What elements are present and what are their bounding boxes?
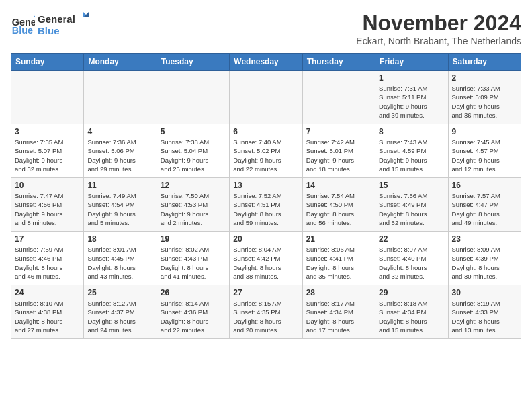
weekday-header-friday: Friday (375, 54, 448, 71)
day-number: 16 (452, 181, 517, 190)
day-info: Sunrise: 7:35 AM Sunset: 5:07 PM Dayligh… (15, 138, 80, 173)
day-number: 20 (233, 234, 298, 244)
day-info: Sunrise: 8:02 AM Sunset: 4:43 PM Dayligh… (161, 245, 226, 281)
calendar-cell: 19Sunrise: 8:02 AM Sunset: 4:43 PM Dayli… (157, 232, 229, 285)
logo-graphic: General Blue (38, 11, 91, 38)
day-info: Sunrise: 8:09 AM Sunset: 4:39 PM Dayligh… (452, 245, 517, 281)
calendar-body: 1Sunrise: 7:31 AM Sunset: 5:11 PM Daylig… (11, 71, 521, 339)
day-number: 19 (161, 234, 226, 244)
calendar-cell: 15Sunrise: 7:56 AM Sunset: 4:49 PM Dayli… (375, 178, 448, 232)
calendar-cell: 2Sunrise: 7:33 AM Sunset: 5:09 PM Daylig… (448, 71, 521, 124)
day-number: 10 (15, 181, 80, 190)
day-info: Sunrise: 8:15 AM Sunset: 4:35 PM Dayligh… (233, 299, 298, 334)
weekday-header-thursday: Thursday (302, 54, 375, 71)
calendar-cell (157, 71, 229, 124)
calendar-week-2: 3Sunrise: 7:35 AM Sunset: 5:07 PM Daylig… (11, 124, 521, 178)
calendar-cell: 22Sunrise: 8:07 AM Sunset: 4:40 PM Dayli… (375, 232, 448, 285)
weekday-header-row: SundayMondayTuesdayWednesdayThursdayFrid… (11, 54, 521, 71)
day-number: 13 (233, 181, 298, 190)
calendar-cell: 13Sunrise: 7:52 AM Sunset: 4:51 PM Dayli… (230, 178, 302, 232)
day-info: Sunrise: 7:43 AM Sunset: 4:59 PM Dayligh… (379, 138, 444, 173)
calendar-cell: 23Sunrise: 8:09 AM Sunset: 4:39 PM Dayli… (448, 232, 521, 285)
day-number: 4 (87, 127, 152, 136)
calendar-week-1: 1Sunrise: 7:31 AM Sunset: 5:11 PM Daylig… (11, 71, 521, 124)
day-number: 22 (379, 234, 444, 244)
calendar-cell: 5Sunrise: 7:38 AM Sunset: 5:04 PM Daylig… (157, 124, 229, 178)
day-number: 11 (87, 181, 152, 190)
calendar-cell: 14Sunrise: 7:54 AM Sunset: 4:50 PM Dayli… (302, 178, 375, 232)
day-info: Sunrise: 8:18 AM Sunset: 4:34 PM Dayligh… (379, 299, 444, 334)
day-info: Sunrise: 7:52 AM Sunset: 4:51 PM Dayligh… (233, 191, 298, 227)
calendar-cell: 16Sunrise: 7:57 AM Sunset: 4:47 PM Dayli… (448, 178, 521, 232)
day-number: 9 (452, 127, 517, 136)
day-info: Sunrise: 8:07 AM Sunset: 4:40 PM Dayligh… (379, 245, 444, 281)
calendar-cell: 26Sunrise: 8:14 AM Sunset: 4:36 PM Dayli… (157, 285, 229, 339)
day-info: Sunrise: 8:10 AM Sunset: 4:38 PM Dayligh… (15, 299, 80, 334)
weekday-header-saturday: Saturday (448, 54, 521, 71)
day-number: 8 (379, 127, 444, 136)
logo: General Blue General Blue (11, 11, 91, 38)
calendar-cell: 24Sunrise: 8:10 AM Sunset: 4:38 PM Dayli… (11, 285, 84, 339)
calendar-header: SundayMondayTuesdayWednesdayThursdayFrid… (11, 54, 521, 71)
calendar-cell: 27Sunrise: 8:15 AM Sunset: 4:35 PM Dayli… (230, 285, 302, 339)
day-info: Sunrise: 7:50 AM Sunset: 4:53 PM Dayligh… (161, 191, 226, 227)
day-number: 1 (379, 73, 444, 83)
day-number: 2 (452, 73, 517, 83)
weekday-header-wednesday: Wednesday (230, 54, 302, 71)
calendar-table: SundayMondayTuesdayWednesdayThursdayFrid… (11, 53, 521, 339)
calendar-subtitle: Eckart, North Brabant, The Netherlands (356, 36, 521, 46)
day-info: Sunrise: 7:38 AM Sunset: 5:04 PM Dayligh… (161, 138, 226, 173)
day-info: Sunrise: 7:49 AM Sunset: 4:54 PM Dayligh… (87, 191, 152, 227)
logo-icon: General Blue (11, 12, 35, 36)
weekday-header-monday: Monday (84, 54, 157, 71)
calendar-cell: 17Sunrise: 7:59 AM Sunset: 4:46 PM Dayli… (11, 232, 84, 285)
day-info: Sunrise: 7:42 AM Sunset: 5:01 PM Dayligh… (306, 138, 371, 173)
day-info: Sunrise: 7:57 AM Sunset: 4:47 PM Dayligh… (452, 191, 517, 227)
calendar-cell: 12Sunrise: 7:50 AM Sunset: 4:53 PM Dayli… (157, 178, 229, 232)
day-info: Sunrise: 7:33 AM Sunset: 5:09 PM Dayligh… (452, 84, 517, 120)
day-number: 12 (161, 181, 226, 190)
day-number: 14 (306, 181, 371, 190)
day-number: 26 (161, 288, 226, 298)
day-info: Sunrise: 7:47 AM Sunset: 4:56 PM Dayligh… (15, 191, 80, 227)
day-info: Sunrise: 7:56 AM Sunset: 4:49 PM Dayligh… (379, 191, 444, 227)
calendar-cell: 11Sunrise: 7:49 AM Sunset: 4:54 PM Dayli… (84, 178, 157, 232)
calendar-cell (302, 71, 375, 124)
calendar-cell: 4Sunrise: 7:36 AM Sunset: 5:06 PM Daylig… (84, 124, 157, 178)
day-info: Sunrise: 8:14 AM Sunset: 4:36 PM Dayligh… (161, 299, 226, 334)
day-number: 30 (452, 288, 517, 298)
svg-text:General: General (38, 13, 75, 25)
day-number: 15 (379, 181, 444, 190)
calendar-cell: 3Sunrise: 7:35 AM Sunset: 5:07 PM Daylig… (11, 124, 84, 178)
svg-text:Blue: Blue (38, 25, 60, 36)
calendar-cell: 10Sunrise: 7:47 AM Sunset: 4:56 PM Dayli… (11, 178, 84, 232)
calendar-cell (84, 71, 157, 124)
day-info: Sunrise: 7:54 AM Sunset: 4:50 PM Dayligh… (306, 191, 371, 227)
calendar-cell: 18Sunrise: 8:01 AM Sunset: 4:45 PM Dayli… (84, 232, 157, 285)
calendar-cell: 6Sunrise: 7:40 AM Sunset: 5:02 PM Daylig… (230, 124, 302, 178)
calendar-cell: 28Sunrise: 8:17 AM Sunset: 4:34 PM Dayli… (302, 285, 375, 339)
calendar-title: November 2024 (356, 11, 521, 36)
svg-text:Blue: Blue (12, 25, 33, 36)
day-info: Sunrise: 8:17 AM Sunset: 4:34 PM Dayligh… (306, 299, 371, 334)
day-number: 25 (87, 288, 152, 298)
day-number: 7 (306, 127, 371, 136)
day-number: 29 (379, 288, 444, 298)
day-number: 28 (306, 288, 371, 298)
calendar-cell: 1Sunrise: 7:31 AM Sunset: 5:11 PM Daylig… (375, 71, 448, 124)
day-number: 3 (15, 127, 80, 136)
day-number: 24 (15, 288, 80, 298)
calendar-cell: 20Sunrise: 8:04 AM Sunset: 4:42 PM Dayli… (230, 232, 302, 285)
day-number: 21 (306, 234, 371, 244)
day-info: Sunrise: 7:36 AM Sunset: 5:06 PM Dayligh… (87, 138, 152, 173)
calendar-cell: 7Sunrise: 7:42 AM Sunset: 5:01 PM Daylig… (302, 124, 375, 178)
calendar-cell: 9Sunrise: 7:45 AM Sunset: 4:57 PM Daylig… (448, 124, 521, 178)
calendar-cell (11, 71, 84, 124)
page-header: General Blue General Blue November 2024 … (11, 11, 521, 46)
day-info: Sunrise: 8:04 AM Sunset: 4:42 PM Dayligh… (233, 245, 298, 281)
calendar-cell: 8Sunrise: 7:43 AM Sunset: 4:59 PM Daylig… (375, 124, 448, 178)
day-info: Sunrise: 7:59 AM Sunset: 4:46 PM Dayligh… (15, 245, 80, 281)
calendar-week-5: 24Sunrise: 8:10 AM Sunset: 4:38 PM Dayli… (11, 285, 521, 339)
day-number: 27 (233, 288, 298, 298)
day-info: Sunrise: 7:45 AM Sunset: 4:57 PM Dayligh… (452, 138, 517, 173)
